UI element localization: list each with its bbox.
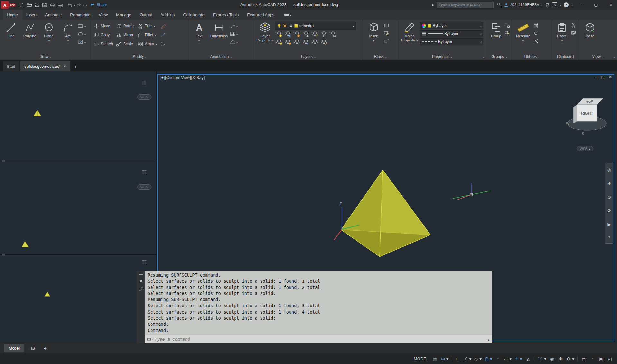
dimension-style-tool[interactable] [230, 39, 238, 45]
model-space-label[interactable]: MODEL [414, 357, 428, 361]
viewport3-control-icon[interactable] [142, 260, 146, 264]
arc-button[interactable]: Arc [59, 22, 77, 43]
circle-button[interactable]: Circle [40, 22, 58, 43]
viewport-splitter-2[interactable] [0, 254, 157, 255]
command-tools-icon[interactable] [147, 337, 153, 341]
undo-button[interactable] [66, 1, 74, 9]
help-button[interactable]: ? [564, 2, 569, 7]
layer-isolate-tool[interactable] [285, 31, 291, 37]
properties-panel-label[interactable]: Properties↘ [398, 53, 486, 60]
id-point-tool[interactable] [533, 31, 539, 36]
viewport-plus-control[interactable]: [+] [160, 75, 165, 80]
view-dialog-launcher[interactable]: ↘ [613, 56, 615, 59]
layout-tab-a3[interactable]: a3 [26, 344, 40, 352]
orbit-icon[interactable]: ⟳ [607, 208, 611, 213]
viewport2-wcs-label[interactable]: WCS [137, 184, 151, 190]
copy-button[interactable]: Copy [93, 31, 114, 39]
quick-calc-tool[interactable] [533, 23, 539, 28]
redo-button[interactable] [75, 1, 83, 9]
new-layout-button[interactable] [41, 344, 50, 352]
maximize-button[interactable] [590, 0, 602, 10]
file-tab-document[interactable]: solidosgeometricos* [20, 61, 70, 71]
snap-toggle[interactable]: ⊞ ▾ [440, 355, 450, 363]
tab-collaborate[interactable]: Collaborate [179, 10, 209, 20]
create-block-tool[interactable] [384, 23, 389, 28]
workspace-switching-control[interactable]: ⚙ ▾ [566, 355, 576, 363]
drawing-area[interactable]: WCS WCS [+] [Custom View] [X-Ray] [0, 71, 617, 343]
group-edit-tool[interactable] [505, 30, 510, 35]
layer-thaw-tool[interactable] [285, 39, 291, 45]
hatch-tool[interactable] [78, 39, 86, 45]
ellipse-tool[interactable] [78, 31, 86, 37]
navigation-wheel-icon[interactable]: ◎ [607, 167, 611, 172]
isodraft-toggle[interactable]: ◇ ▾ [474, 355, 483, 363]
close-document-icon[interactable] [63, 65, 66, 68]
search-icon[interactable] [496, 2, 501, 8]
splitter-grip[interactable] [2, 254, 5, 256]
object-snap-toggle[interactable]: ⋂ ▾ [483, 355, 493, 363]
autoscale-toggle[interactable]: ✚ [557, 355, 565, 363]
viewport-minimize-icon[interactable] [595, 75, 597, 79]
wcs-menu[interactable]: WCS [577, 146, 593, 151]
tab-featured-apps[interactable]: Featured Apps [243, 10, 279, 20]
viewport-close-icon[interactable] [609, 75, 612, 79]
viewport-view-control[interactable]: [Custom View] [165, 75, 191, 80]
properties-dialog-launcher[interactable]: ↘ [482, 56, 485, 59]
layer-walk-tool[interactable] [312, 39, 318, 45]
ungroup-tool[interactable] [505, 23, 510, 28]
command-expand-icon[interactable] [487, 336, 490, 342]
leader-tool[interactable] [230, 23, 238, 29]
erase-button[interactable] [160, 22, 166, 30]
measure-button[interactable]: Measure [514, 22, 532, 43]
close-button[interactable] [605, 0, 617, 10]
app-store-button[interactable]: A [552, 2, 557, 7]
move-button[interactable]: Move [93, 22, 114, 30]
point-style-tool[interactable] [533, 38, 539, 44]
selection-cycling-toggle[interactable]: ▭ ▾ [503, 355, 513, 363]
new-file-button[interactable] [18, 1, 25, 9]
pan-icon[interactable]: ✚ [607, 181, 611, 186]
groups-panel-label[interactable]: Groups [486, 53, 512, 60]
file-tab-start[interactable]: Start [3, 61, 19, 71]
insert-block-button[interactable]: Insert [365, 22, 383, 43]
copy-clip-tool[interactable] [571, 30, 576, 35]
help-search-box[interactable] [437, 2, 494, 8]
block-editor-tool[interactable] [384, 38, 389, 44]
viewport-restore-icon[interactable] [601, 75, 605, 79]
help-caret[interactable] [571, 3, 573, 7]
dimension-button[interactable]: Dimension [209, 22, 229, 38]
account-menu[interactable]: 20241129FHF3V [504, 3, 542, 7]
block-panel-label[interactable]: Block [363, 53, 398, 60]
layer-freeze-tool[interactable] [294, 31, 300, 37]
command-grip[interactable] [137, 271, 145, 343]
ribbon-display-toggle[interactable] [282, 10, 294, 20]
save-as-button[interactable] [41, 1, 49, 9]
qat-customize-caret[interactable] [86, 3, 87, 7]
command-close-icon[interactable] [139, 278, 143, 284]
plot-button[interactable] [49, 1, 56, 9]
utilities-panel-label[interactable]: Utilities [512, 53, 552, 60]
layer-vpfreeze-tool[interactable] [321, 39, 327, 45]
tab-manage[interactable]: Manage [112, 10, 135, 20]
viewport1-wcs-label[interactable]: WCS [137, 94, 151, 100]
layer-copy-tool[interactable] [303, 39, 309, 45]
search-expand-icon[interactable] [432, 3, 434, 7]
polyline-button[interactable]: Polyline [21, 22, 39, 38]
base-button[interactable]: Base [581, 22, 599, 38]
grid-toggle[interactable]: ▦ [431, 355, 439, 363]
triangle-object-1[interactable] [33, 110, 41, 116]
triangle-object-3[interactable] [44, 292, 50, 297]
tab-annotate[interactable]: Annotate [41, 10, 66, 20]
scale-button[interactable]: Scale [115, 40, 135, 48]
viewport-visual-style-control[interactable]: [X-Ray] [191, 75, 205, 80]
navbar-caret[interactable]: ▾ [608, 235, 610, 239]
open-file-button[interactable] [25, 1, 33, 9]
annotation-visibility-toggle[interactable]: ◉ [548, 355, 556, 363]
annotation-scale-control[interactable]: 1:1 ▾ [536, 355, 547, 363]
isolate-objects-toggle[interactable]: ◔ [588, 355, 596, 363]
tab-express-tools[interactable]: Express Tools [209, 10, 243, 20]
view-panel-label[interactable]: View↘ [579, 53, 617, 60]
polar-tracking-toggle[interactable]: ∠ ▾ [463, 355, 473, 363]
group-button[interactable]: Group [488, 22, 504, 38]
graphics-performance-toggle[interactable]: ▣ [597, 355, 605, 363]
